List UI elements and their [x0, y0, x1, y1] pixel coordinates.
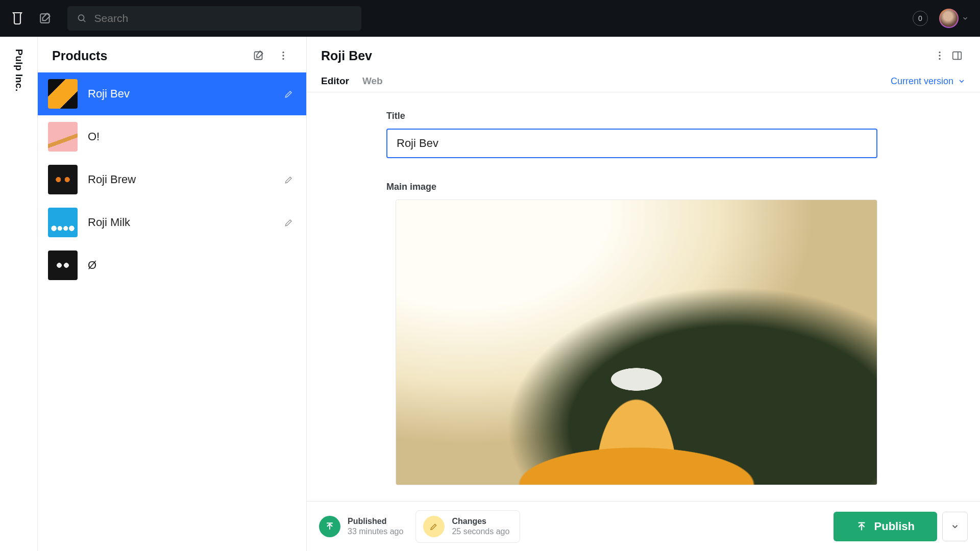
left-rail: Pulp Inc.	[0, 37, 38, 551]
product-thumbnail	[48, 122, 78, 152]
editor-more-button[interactable]	[931, 47, 948, 64]
topbar-right: 0	[913, 9, 969, 28]
compose-icon	[253, 49, 265, 62]
split-pane-button[interactable]	[948, 47, 966, 64]
changes-label: Changes	[452, 517, 509, 526]
org-label[interactable]: Pulp Inc.	[13, 49, 24, 551]
pencil-icon	[282, 172, 296, 187]
published-time: 33 minutes ago	[348, 527, 403, 536]
product-name: Roji Bev	[88, 87, 272, 101]
version-label: Current version	[891, 76, 953, 87]
editor-header: Roji Bev Editor Web Current version	[307, 37, 980, 92]
publish-button[interactable]: Publish	[834, 512, 937, 541]
editor-footer: Published 33 minutes ago Changes 25 seco…	[307, 501, 980, 551]
search-icon	[77, 13, 87, 24]
list-title: Products	[52, 48, 243, 63]
pencil-icon	[282, 87, 296, 101]
topbar-left	[11, 6, 361, 31]
arrow-up-icon	[325, 521, 335, 532]
chevron-down-icon	[958, 77, 966, 85]
svg-point-4	[282, 55, 284, 56]
editor-tabs: Editor Web Current version	[321, 70, 966, 92]
svg-point-5	[282, 58, 284, 60]
svg-point-1	[78, 15, 84, 20]
product-image	[396, 200, 877, 485]
svg-point-6	[939, 52, 940, 53]
title-input-wrap[interactable]	[386, 129, 877, 158]
more-vertical-icon	[934, 50, 945, 61]
list-item[interactable]: O!	[38, 115, 306, 158]
title-field-label: Title	[386, 111, 877, 121]
product-thumbnail	[48, 79, 78, 109]
main-image-box[interactable]	[396, 199, 877, 485]
arrow-up-icon	[856, 521, 867, 532]
product-name: Ø	[88, 259, 296, 272]
tab-editor[interactable]: Editor	[321, 70, 349, 92]
search-box[interactable]	[67, 6, 361, 31]
changes-time: 25 seconds ago	[452, 527, 509, 536]
body-row: Pulp Inc. Products Roji Bev O!	[0, 37, 980, 551]
list-header: Products	[38, 37, 306, 72]
split-pane-icon	[951, 50, 963, 61]
svg-point-8	[939, 58, 940, 60]
editor-panel: Roji Bev Editor Web Current version	[307, 37, 980, 551]
publish-button-label: Publish	[874, 520, 915, 533]
product-name: Roji Milk	[88, 216, 272, 229]
pencil-icon	[282, 215, 296, 230]
tab-web[interactable]: Web	[362, 70, 383, 92]
product-thumbnail	[48, 165, 78, 194]
compose-icon[interactable]	[39, 12, 52, 25]
list-item[interactable]: Roji Bev	[38, 72, 306, 115]
product-list: Roji Bev O! Roji Brew Roji Milk	[38, 72, 306, 287]
svg-point-7	[939, 55, 940, 56]
version-selector[interactable]: Current version	[891, 76, 966, 87]
product-thumbnail	[48, 251, 78, 280]
product-name: Roji Brew	[88, 173, 272, 186]
pencil-icon	[429, 522, 438, 531]
more-vertical-icon	[278, 50, 289, 61]
topbar: 0	[0, 0, 980, 37]
product-name: O!	[88, 130, 296, 143]
editor-body: Title Main image	[307, 92, 980, 551]
new-document-button[interactable]	[250, 47, 267, 64]
chevron-down-icon	[950, 522, 960, 531]
search-input[interactable]	[94, 12, 352, 24]
document-title: Roji Bev	[321, 48, 931, 63]
changes-icon	[423, 516, 445, 537]
published-status: Published 33 minutes ago	[319, 516, 403, 537]
app-logo-icon[interactable]	[11, 11, 23, 26]
changes-status[interactable]: Changes 25 seconds ago	[415, 510, 520, 543]
list-item[interactable]: Roji Milk	[38, 201, 306, 244]
svg-point-3	[282, 52, 284, 53]
publish-more-button[interactable]	[942, 512, 968, 541]
svg-rect-9	[953, 52, 962, 60]
image-field-label: Main image	[386, 182, 877, 192]
published-icon	[319, 516, 340, 537]
product-thumbnail	[48, 208, 78, 237]
avatar	[939, 9, 959, 28]
chevron-down-icon	[962, 15, 969, 22]
notification-badge[interactable]: 0	[913, 11, 928, 26]
list-more-button[interactable]	[275, 47, 292, 64]
published-label: Published	[348, 517, 403, 526]
list-panel: Products Roji Bev O! Roji Bre	[38, 37, 307, 551]
list-item[interactable]: Ø	[38, 244, 306, 287]
user-menu[interactable]	[939, 9, 969, 28]
list-item[interactable]: Roji Brew	[38, 158, 306, 201]
title-input[interactable]	[397, 137, 867, 150]
